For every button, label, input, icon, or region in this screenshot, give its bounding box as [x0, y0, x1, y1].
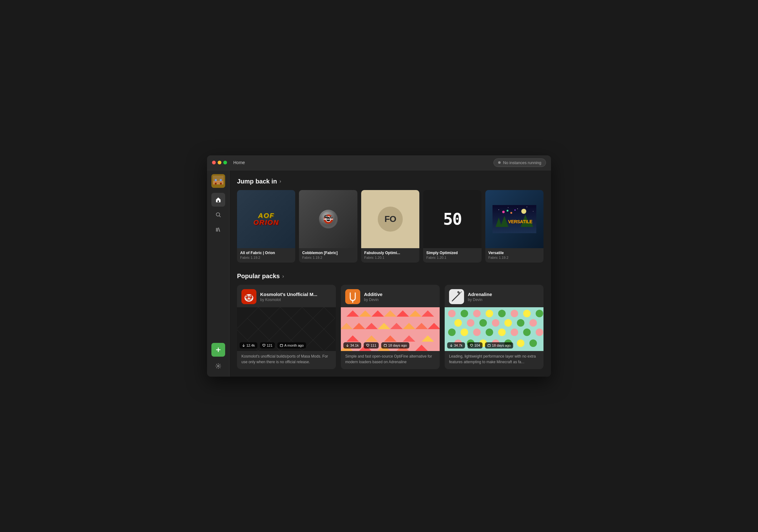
jump-card-fo-sub: Fabric 1.20.1 — [364, 256, 416, 259]
svg-point-111 — [461, 328, 468, 336]
minimize-button[interactable] — [218, 161, 222, 164]
pack-kosmolot-description: Kosmolot's unofficial builds/ports of Ma… — [237, 351, 336, 369]
svg-point-27 — [499, 210, 499, 210]
jump-card-cobblemon[interactable]: Cobblemon [Fabric] Fabric 1.19.2 — [299, 190, 357, 263]
jump-card-aof-sub: Fabric 1.19.2 — [240, 256, 292, 259]
adrenaline-age: 18 days ago — [492, 344, 511, 347]
svg-point-29 — [517, 209, 518, 209]
svg-point-30 — [527, 207, 527, 207]
kosmolot-downloads-badge: 12.4k — [240, 342, 258, 349]
pack-adrenaline-author: by Devin — [468, 298, 492, 302]
svg-point-32 — [521, 209, 526, 214]
svg-rect-5 — [215, 179, 217, 181]
svg-point-97 — [473, 310, 481, 317]
svg-point-115 — [511, 328, 518, 336]
svg-rect-9 — [217, 200, 219, 202]
pack-kosmolot-name: Kosmolot's Unofficial M... — [260, 292, 317, 297]
svg-rect-55 — [280, 345, 283, 347]
svg-point-105 — [479, 319, 487, 327]
jump-card-fo-name: Fabulously Optimi... — [364, 251, 416, 255]
jump-card-versatile-sub: Fabric 1.19.2 — [489, 256, 540, 259]
jump-card-so-name: Simply Optimized — [426, 251, 478, 255]
svg-rect-53 — [247, 299, 251, 300]
pack-icon-adrenaline — [449, 289, 464, 304]
so-text: 50 — [443, 210, 462, 228]
svg-line-11 — [219, 216, 221, 217]
svg-point-50 — [251, 296, 252, 297]
svg-point-95 — [448, 310, 456, 317]
traffic-lights — [212, 161, 227, 164]
pack-adrenaline-name: Adrenaline — [468, 292, 492, 297]
svg-point-110 — [448, 328, 456, 336]
svg-point-16 — [217, 365, 219, 367]
pack-additive-author: by Devin — [364, 298, 382, 302]
svg-rect-13 — [217, 228, 218, 232]
pack-kosmolot-stats: 12.4k 121 A month ago — [240, 342, 306, 349]
sidebar-item-library[interactable] — [211, 223, 225, 237]
pack-kosmolot-image: 12.4k 121 A month ago — [237, 307, 336, 351]
pack-additive-description: Simple and fast open-source OptiFine alt… — [341, 351, 440, 369]
pack-icon-kosmolot — [241, 289, 257, 304]
jump-card-cobblemon-image — [299, 190, 357, 248]
popular-packs-title: Popular packs — [237, 273, 280, 280]
svg-point-103 — [454, 319, 462, 327]
svg-point-28 — [508, 207, 508, 208]
jump-card-so[interactable]: 50 Simply Optimized Fabric 1.20.1 — [423, 190, 481, 263]
window-title: Home — [233, 160, 245, 165]
svg-point-41 — [514, 210, 516, 211]
svg-point-112 — [473, 328, 481, 336]
avatar[interactable] — [211, 174, 225, 188]
svg-point-49 — [247, 296, 248, 297]
svg-point-40 — [510, 212, 512, 214]
svg-point-25 — [331, 216, 332, 217]
jump-card-aof-name: All of Fabric | Orion — [240, 251, 292, 255]
pack-additive-image: 34.1k 111 18 days ago — [341, 307, 440, 351]
jump-card-cobblemon-name: Cobblemon [Fabric] — [302, 251, 354, 255]
jump-card-versatile[interactable]: VERSATILE Versatile Fabric 1.19.2 — [485, 190, 543, 263]
sidebar — [207, 170, 229, 377]
svg-point-31 — [533, 211, 534, 212]
svg-point-107 — [504, 319, 512, 327]
jump-back-section-header: Jump back in › — [237, 178, 543, 185]
instances-dot — [498, 161, 500, 164]
instances-badge: No instances running — [494, 158, 546, 167]
kosmolot-likes-badge: 121 — [260, 342, 275, 349]
pack-card-adrenaline[interactable]: Adrenaline by Devin — [445, 285, 543, 369]
pack-additive-stats: 34.1k 111 18 days ago — [343, 342, 409, 349]
popular-packs-chevron-icon[interactable]: › — [282, 274, 284, 279]
svg-point-98 — [486, 310, 493, 317]
sidebar-item-home[interactable] — [211, 193, 225, 207]
additive-likes: 111 — [370, 344, 376, 347]
jump-back-chevron-icon[interactable]: › — [280, 179, 281, 184]
pack-card-additive[interactable]: Additive by Devin — [341, 285, 440, 369]
svg-point-100 — [511, 310, 518, 317]
pack-card-kosmolot[interactable]: Kosmolot's Unofficial M... by Kosmolot — [237, 285, 336, 369]
jump-card-fo[interactable]: FO Fabulously Optimi... Fabric 1.20.1 — [361, 190, 419, 263]
jump-card-fo-image: FO — [361, 190, 419, 248]
jump-card-aof[interactable]: AOF ORION All of Fabric | Orion Fabric 1… — [237, 190, 295, 263]
svg-point-108 — [517, 319, 524, 327]
maximize-button[interactable] — [223, 161, 227, 164]
svg-point-106 — [492, 319, 500, 327]
additive-age: 18 days ago — [388, 344, 407, 347]
svg-rect-6 — [220, 179, 222, 181]
sidebar-item-search[interactable] — [211, 208, 225, 222]
additive-downloads: 34.1k — [350, 344, 359, 347]
adrenaline-likes: 104 — [474, 344, 480, 347]
jump-card-so-sub: Fabric 1.20.1 — [426, 256, 478, 259]
svg-point-116 — [523, 328, 531, 336]
svg-point-123 — [517, 340, 524, 347]
close-button[interactable] — [212, 161, 216, 164]
jump-card-aof-image: AOF ORION — [237, 190, 295, 248]
svg-point-39 — [506, 210, 508, 212]
svg-point-96 — [461, 310, 468, 317]
sidebar-item-settings[interactable] — [211, 359, 225, 373]
titlebar: Home No instances running — [207, 155, 551, 170]
kosmolot-age-badge: A month ago — [277, 342, 306, 349]
pack-kosmolot-author: by Kosmolot — [260, 298, 317, 302]
svg-text:VERSATILE: VERSATILE — [508, 219, 533, 224]
jump-card-versatile-name: Versatile — [489, 251, 540, 255]
additive-age-badge: 18 days ago — [381, 342, 409, 349]
add-button[interactable] — [211, 343, 225, 357]
pack-icon-additive — [345, 289, 360, 304]
